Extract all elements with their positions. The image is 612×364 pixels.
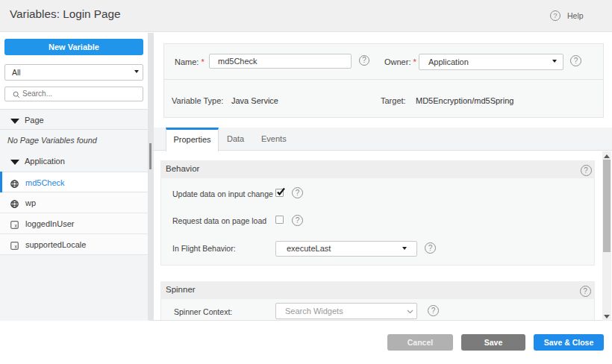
svg-text:x: x — [15, 223, 18, 228]
svg-text:x: x — [15, 244, 18, 249]
